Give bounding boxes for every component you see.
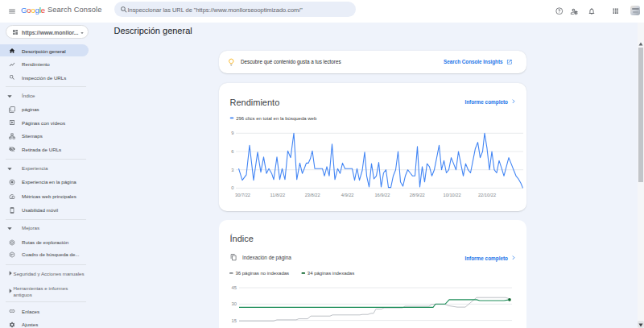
svg-text:36 páginas no indexadas: 36 páginas no indexadas <box>235 271 289 276</box>
svg-text:34 páginas indexadas: 34 páginas indexadas <box>308 271 354 276</box>
svg-text:45: 45 <box>232 285 237 290</box>
svg-text:30: 30 <box>232 301 237 306</box>
svg-text:15: 15 <box>232 318 237 323</box>
